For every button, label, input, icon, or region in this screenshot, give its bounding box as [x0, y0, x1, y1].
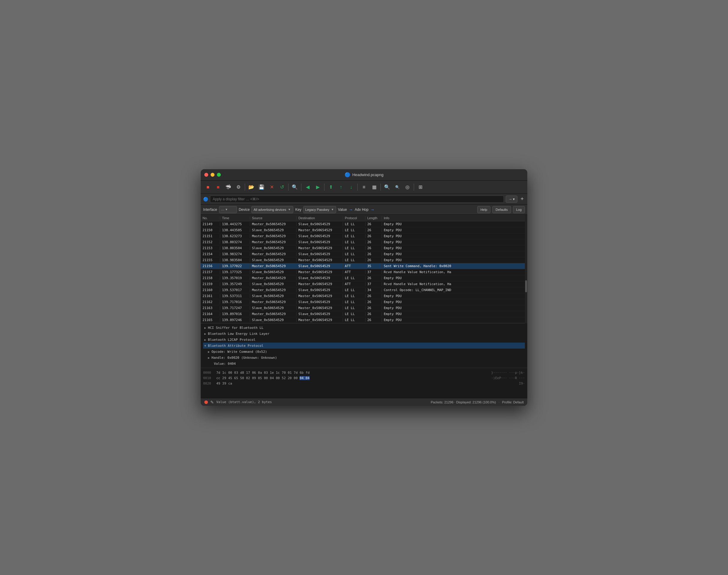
cell-dest: Slave_0x50654529	[297, 276, 343, 280]
cell-no: 21153	[201, 246, 220, 250]
cell-source: Master_0x50654529	[250, 252, 297, 256]
interface-select[interactable]: —▾	[219, 206, 237, 213]
cell-source: Slave_0x50654529	[250, 258, 297, 262]
cell-no: 21158	[201, 276, 220, 280]
filter-icon: 🔵	[203, 197, 208, 202]
cell-time: 139.537311	[220, 294, 250, 298]
table-row[interactable]: 21164 139.897016 Master_0x50654529 Slave…	[201, 311, 527, 317]
hex-bytes: 49 39 ca	[216, 381, 517, 385]
cell-info: Rcvd Handle Value Notification, Ha	[382, 282, 527, 286]
minimize-button[interactable]	[210, 173, 214, 177]
reload-button[interactable]: ↺	[277, 182, 287, 192]
hex-row: 0010 cc 29 45 65 50 02 09 05 00 04 00 52…	[203, 375, 525, 381]
cell-dest: Slave_0x50654529	[297, 288, 343, 292]
packet-list: No. Time Source Destination Protocol Len…	[201, 215, 527, 324]
table-row[interactable]: 21165 139.897246 Slave_0x50654529 Master…	[201, 317, 527, 323]
help-button[interactable]: Help	[477, 206, 491, 213]
cell-proto: LE LL	[343, 252, 365, 256]
go-up-button[interactable]: ↑	[336, 182, 346, 192]
table-row[interactable]: 21153 138.803504 Slave_0x50654529 Master…	[201, 245, 527, 251]
table-row[interactable]: 21163 139.717247 Slave_0x50654529 Master…	[201, 305, 527, 311]
close-button[interactable]	[204, 173, 208, 177]
cell-source: Slave_0x50654529	[250, 270, 297, 274]
scrollbar-track[interactable]	[525, 215, 527, 324]
save-button[interactable]: 💾	[257, 182, 266, 192]
detail-item[interactable]: ▶HCI Sniffer for Bluetooth LL	[203, 325, 525, 331]
table-row[interactable]: 21149 138.443275 Master_0x50654529 Slave…	[201, 221, 527, 227]
filter-add-button[interactable]: +	[519, 196, 525, 202]
table-row[interactable]: 21161 139.537311 Slave_0x50654529 Master…	[201, 293, 527, 299]
detail-chevron[interactable]: ▼	[204, 344, 206, 347]
go-back-button[interactable]: ◀	[303, 182, 312, 192]
log-button[interactable]: Log	[513, 206, 525, 213]
stats-button[interactable]: ⊞	[416, 182, 425, 192]
table-row[interactable]: 21158 139.357019 Master_0x50654529 Slave…	[201, 275, 527, 281]
detail-item[interactable]: ▼Bluetooth Attribute Protocol	[203, 343, 525, 348]
cell-source: Master_0x50654529	[250, 240, 297, 244]
table-row[interactable]: 21162 139.717016 Master_0x50654529 Slave…	[201, 299, 527, 305]
cell-dest: Slave_0x50654529	[297, 312, 343, 316]
key-select[interactable]: Legacy Passkey ▾	[303, 206, 336, 213]
cell-no: 21152	[201, 240, 220, 244]
stop-capture-button[interactable]: ■	[203, 182, 213, 192]
cell-dest: Slave_0x50654529	[297, 234, 343, 238]
columns-button[interactable]: ▦	[369, 182, 379, 192]
find-button[interactable]: 🔍	[290, 182, 300, 192]
detail-chevron[interactable]: ▶	[204, 326, 206, 330]
table-row[interactable]: 21157 139.177325 Slave_0x50654529 Master…	[201, 269, 527, 275]
table-row[interactable]: 21152 138.803274 Master_0x50654529 Slave…	[201, 239, 527, 245]
cell-info: Sent Write Command, Handle: 0x0020	[382, 264, 527, 268]
cell-no: 21164	[201, 312, 220, 316]
scrollbar-thumb[interactable]	[525, 280, 527, 292]
cell-source: Master_0x50654529	[250, 222, 297, 226]
device-label: Device	[239, 207, 250, 212]
table-row[interactable]: 21154 138.983274 Master_0x50654529 Slave…	[201, 251, 527, 257]
defaults-button[interactable]: Defaults	[492, 206, 511, 213]
detail-item[interactable]: ▶Opcode: Write Command (0x52)	[203, 348, 525, 354]
table-row[interactable]: 21150 138.443505 Slave_0x50654529 Master…	[201, 227, 527, 233]
detail-chevron[interactable]: ▶	[208, 350, 210, 353]
hex-pane: 0000 7d 1c 00 03 d8 17 06 0a 03 1e 1c 70…	[201, 368, 527, 398]
maximize-button[interactable]	[217, 173, 221, 177]
detail-chevron[interactable]: ▶	[204, 332, 206, 335]
cell-len: 26	[365, 246, 382, 250]
go-forward-button[interactable]: ▶	[313, 182, 323, 192]
detail-item[interactable]: ▶Bluetooth Low Energy Link Layer	[203, 331, 525, 337]
zoom-reset-button[interactable]: ◎	[403, 182, 412, 192]
go-first-button[interactable]: ⬆	[326, 182, 335, 192]
sep-3	[301, 183, 301, 191]
table-row[interactable]: 21151 138.623273 Master_0x50654529 Slave…	[201, 233, 527, 239]
open-file-button[interactable]: 📂	[246, 182, 256, 192]
table-row[interactable]: 21155 138.983504 Slave_0x50654529 Master…	[201, 257, 527, 263]
adv-hop-arrow[interactable]: →	[370, 207, 374, 212]
detail-chevron[interactable]: ▶	[208, 356, 210, 360]
cell-len: 26	[365, 294, 382, 298]
filter-apply-button[interactable]: → ▾	[506, 196, 518, 203]
table-row[interactable]: 21159 139.357249 Slave_0x50654529 Master…	[201, 281, 527, 287]
cell-time: 138.983274	[220, 252, 250, 256]
zoom-out-button[interactable]: 🔍	[393, 182, 402, 192]
settings-button[interactable]: ⚙	[234, 182, 243, 192]
list-view-button[interactable]: ≡	[359, 182, 369, 192]
detail-item[interactable]: ▶Handle: 0x0020 (Unknown: Unknown)	[203, 354, 525, 361]
shark-icon-button[interactable]: 🦈	[224, 182, 233, 192]
go-down-button[interactable]: ↓	[346, 182, 356, 192]
table-row[interactable]: 21156 139.177022 Master_0x50654529 Slave…	[201, 263, 527, 269]
cell-info: Empty PDU	[382, 240, 527, 244]
start-capture-button[interactable]: ■	[213, 182, 223, 192]
display-filter-input[interactable]	[210, 196, 504, 203]
wireshark-icon: 🔵	[344, 172, 351, 178]
detail-text: HCI Sniffer for Bluetooth LL	[208, 326, 263, 330]
cell-proto: LE LL	[343, 312, 365, 316]
table-row[interactable]: 21160 139.537017 Master_0x50654529 Slave…	[201, 287, 527, 293]
value-arrow[interactable]: →	[349, 207, 353, 212]
detail-item[interactable]: Value: 0404	[203, 361, 525, 367]
device-select[interactable]: All advertising devices ▾	[251, 206, 293, 213]
edit-icon[interactable]: ✎	[210, 400, 214, 405]
detail-item[interactable]: ▶Bluetooth L2CAP Protocol	[203, 337, 525, 343]
detail-chevron[interactable]: ▶	[204, 338, 206, 341]
cell-proto: LE LL	[343, 234, 365, 238]
zoom-in-button[interactable]: 🔍	[382, 182, 392, 192]
cell-no: 21162	[201, 300, 220, 304]
close-file-button[interactable]: ✕	[267, 182, 276, 192]
